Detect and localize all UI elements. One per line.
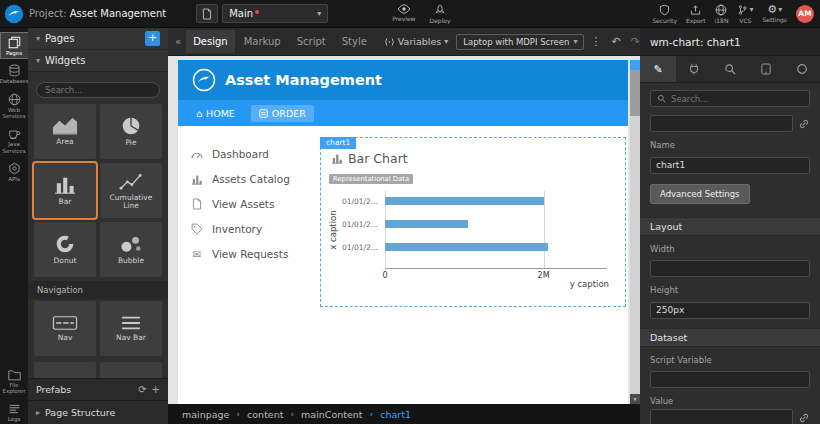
menu-item-dashboard[interactable]: Dashboard [190,148,290,160]
widget-search-input[interactable] [36,82,160,98]
page-structure-section-header[interactable]: ▸ Page Structure [28,400,168,424]
bind-link-icon[interactable] [798,412,810,424]
tab-style[interactable]: Style [335,30,374,53]
conditional-class-input[interactable] [650,115,793,132]
chart-title: Bar Chart [348,151,408,166]
value-label: Value [650,396,810,406]
widget-tile-donut[interactable]: Donut [34,222,96,277]
i18n-button[interactable]: i18N [715,4,729,24]
nav-item-label: HOME [206,108,235,119]
scrollbar-down-button[interactable]: ▾ [630,394,640,404]
api-icon [8,162,21,175]
app-logo-icon [192,68,216,92]
rail-item-java-services[interactable]: Java Services [1,124,28,156]
widget-tile-label: Donut [52,257,79,265]
breadcrumb-item[interactable]: mainpage [182,409,229,420]
widget-tile-bar[interactable]: Bar [34,163,96,218]
chart-title-row: Bar Chart [331,151,625,166]
pages-section-header[interactable]: ▾ Pages + [28,28,168,50]
magnifier-gear-icon [724,63,736,75]
collapse-panel-icon[interactable]: « [172,36,184,47]
nav-item-label: ORDER [272,108,306,119]
canvas-scrollbar[interactable]: ▾ [630,60,640,404]
widget-tile-area[interactable]: Area [34,104,96,159]
property-search [650,90,810,107]
device-selector[interactable]: Laptop with MDPI Screen ▾ [456,34,584,50]
widget-tile-pie[interactable]: Pie [100,104,162,159]
breadcrumb-item-active[interactable]: chart1 [380,409,411,420]
x-tick-label: 0 [382,271,387,280]
value-input[interactable] [650,409,793,424]
page-icon[interactable] [196,4,218,23]
coffee-icon [8,127,21,140]
width-input[interactable] [650,260,810,277]
tab-device[interactable] [748,56,784,82]
deploy-button[interactable]: Deploy [430,4,451,24]
page-selector-dropdown[interactable]: Main ▾ [222,4,328,23]
widget-tile-nav[interactable]: Nav [34,301,96,356]
scrollbar-up-button[interactable] [630,60,640,70]
pages-section-label: Pages [45,33,140,44]
rail-label: File Explorer [1,382,28,395]
menu-item-assets-catalog[interactable]: Assets Catalog [190,173,290,185]
breadcrumb-item[interactable]: content [247,409,283,420]
category-label: 01/01/2... [342,220,378,229]
plug-icon [688,63,700,75]
bind-link-icon[interactable] [798,118,810,130]
donut-chart-icon [55,234,75,254]
height-input[interactable] [650,302,810,319]
chevron-down-icon: ▾ [36,56,40,65]
tab-script[interactable]: Script [290,30,333,53]
add-prefab-icon[interactable]: + [152,384,160,395]
tab-properties[interactable]: ✎ [640,56,676,82]
menu-item-view-assets[interactable]: View Assets [190,198,290,210]
rail-item-pages[interactable]: Pages [1,33,28,58]
add-page-button[interactable]: + [145,31,160,46]
rail-item-databases[interactable]: Databases [1,61,28,86]
nav-item-order[interactable]: ORDER [251,105,314,122]
tab-styles[interactable] [676,56,712,82]
widget-tile-nav-bar[interactable]: Nav Bar [100,301,162,356]
document-icon [190,198,204,210]
widget-tile-bubble[interactable]: Bubble [100,222,162,277]
device-icon [761,63,771,75]
preview-button[interactable]: Preview [392,4,415,24]
canvas-region: « Design Markup Script Style Variables ▾… [168,28,640,424]
settings-button[interactable]: ⚙ ▾ Settings [762,4,787,23]
security-button[interactable]: Security [652,4,677,24]
advanced-settings-button[interactable]: Advanced Settings [650,184,750,204]
rail-item-file-explorer[interactable]: File Explorer [1,366,28,397]
name-input[interactable] [650,157,810,174]
tab-design[interactable]: Design [186,30,235,53]
widget-tile-cumulative-line[interactable]: Cumulative Line [100,163,162,218]
kebab-menu-icon[interactable]: ⋮ [586,35,605,48]
user-avatar[interactable]: AM [796,5,814,23]
chart-widget-selection[interactable]: chart1 Bar Chart Representational Data x… [320,137,626,307]
menu-item-label: Dashboard [212,148,269,160]
menu-item-view-requests[interactable]: ✉ View Requests [190,248,290,260]
nav-item-home[interactable]: ⌂ HOME [188,105,243,122]
export-button[interactable]: Export [686,4,706,24]
variables-dropdown[interactable]: Variables ▾ [384,36,448,47]
undo-icon[interactable]: ↶ [607,35,624,48]
breadcrumb-item[interactable]: mainContent [301,409,363,420]
eye-icon [397,4,411,14]
area-chart-icon [52,116,78,135]
rail-item-web-services[interactable]: Web Services [1,90,28,122]
tab-events[interactable] [712,56,748,82]
project-title: Project: Asset Management [29,8,166,19]
prefabs-section-header[interactable]: Prefabs ⟳ + [28,378,168,400]
refresh-icon[interactable]: ⟳ [138,384,146,395]
vcs-button[interactable]: ▾ VCS [737,4,753,24]
property-search-input[interactable] [671,94,803,104]
tab-theme[interactable] [784,56,820,82]
tab-markup[interactable]: Markup [237,30,288,53]
menu-item-inventory[interactable]: Inventory [190,223,290,235]
widgets-section-header[interactable]: ▾ Widgets [28,50,168,72]
scrollbar-thumb[interactable] [630,70,640,116]
rail-item-logs[interactable]: Logs [1,400,28,424]
selection-tag[interactable]: chart1 [320,137,356,149]
rail-item-apis[interactable]: APIs [1,159,28,184]
script-variable-input[interactable] [650,371,810,388]
chart-y-axis-caption: x caption [328,210,338,249]
